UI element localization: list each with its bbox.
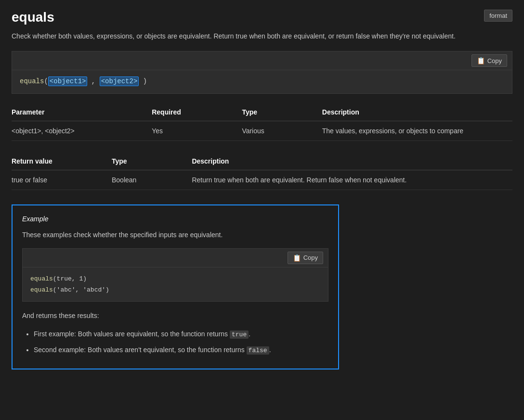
- list-item: Second example: Both values aren't equiv…: [34, 343, 328, 357]
- param-description: The values, expressions, or objects to c…: [322, 121, 512, 141]
- params-col-parameter: Parameter: [12, 103, 152, 121]
- syntax-param2: <object2>: [100, 76, 139, 86]
- example-section: Example These examples check whether the…: [12, 204, 339, 369]
- param-required: Yes: [152, 121, 242, 141]
- fn-name-1: equals: [30, 275, 53, 282]
- params-col-description: Description: [322, 103, 512, 121]
- copy-icon: 📋: [477, 57, 485, 64]
- header-row: equals format: [12, 10, 512, 25]
- example-copy-label: Copy: [303, 254, 318, 261]
- results-list: First example: Both values are equivalen…: [22, 327, 328, 357]
- page-description: Check whether both values, expressions, …: [12, 31, 484, 41]
- result-2-before: Second example: Both values aren't equiv…: [34, 346, 247, 354]
- page-title: equals: [12, 10, 54, 25]
- example-code-body: equals(true, 1) equals('abc', 'abcd'): [23, 267, 328, 302]
- table-row: <object1>, <object2> Yes Various The val…: [12, 121, 512, 141]
- params-col-required: Required: [152, 103, 242, 121]
- example-description: These examples check whether the specifi…: [22, 229, 328, 240]
- params-col-type: Type: [242, 103, 322, 121]
- params-table: Parameter Required Type Description <obj…: [12, 103, 512, 141]
- returns-text: And returns these results:: [22, 310, 328, 321]
- syntax-copy-button[interactable]: 📋 Copy: [472, 54, 507, 67]
- syntax-param1: <object1>: [48, 76, 88, 86]
- return-type: Boolean: [112, 170, 192, 190]
- syntax-copy-label: Copy: [487, 57, 502, 64]
- table-row: true or false Boolean Return true when b…: [12, 170, 512, 190]
- syntax-code-body: equals(<object1> , <object2> ): [12, 70, 512, 93]
- code-line-2: equals('abc', 'abcd'): [30, 284, 320, 295]
- page-container: equals format Check whether both values,…: [0, 0, 524, 379]
- return-description: Return true when both are equivalent. Re…: [192, 170, 512, 190]
- syntax-toolbar: 📋 Copy: [12, 51, 512, 70]
- syntax-open-paren: (: [44, 77, 48, 85]
- example-copy-button[interactable]: 📋 Copy: [288, 252, 323, 264]
- syntax-code-container: 📋 Copy equals(<object1> , <object2> ): [12, 51, 512, 94]
- example-toolbar: 📋 Copy: [23, 249, 328, 267]
- return-col-type: Type: [112, 153, 192, 170]
- copy-icon: 📋: [293, 254, 301, 262]
- example-code-container: 📋 Copy equals(true, 1) equals('abc', 'ab…: [22, 248, 328, 302]
- return-table: Return value Type Description true or fa…: [12, 153, 512, 190]
- result-1-after: .: [249, 330, 250, 338]
- syntax-close-paren: ): [139, 77, 147, 85]
- param-name: <object1>, <object2>: [12, 121, 152, 141]
- result-1-code: true: [230, 331, 249, 339]
- result-1-before: First example: Both values are equivalen…: [34, 330, 230, 338]
- return-value: true or false: [12, 170, 112, 190]
- syntax-fn-name: equals: [20, 77, 44, 85]
- param-type: Various: [242, 121, 322, 141]
- result-2-code: false: [247, 346, 269, 355]
- return-col-value: Return value: [12, 153, 112, 170]
- return-col-description: Description: [192, 153, 512, 170]
- fn-name-2: equals: [30, 286, 53, 293]
- list-item: First example: Both values are equivalen…: [34, 327, 328, 341]
- syntax-separator: ,: [87, 77, 95, 85]
- format-button[interactable]: format: [484, 10, 512, 22]
- example-title: Example: [22, 215, 328, 223]
- code-line-1: equals(true, 1): [30, 273, 320, 284]
- result-2-after: .: [269, 346, 271, 354]
